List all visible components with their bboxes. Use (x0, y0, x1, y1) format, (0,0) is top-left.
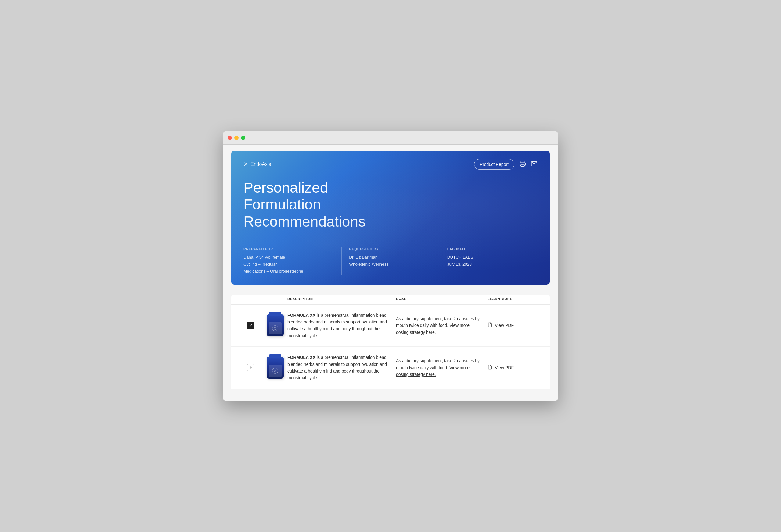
print-icon[interactable] (519, 160, 526, 169)
prepared-for-values: Danai P 34 y/o, female Cycling – Irregul… (243, 254, 334, 275)
products-table: DESCRIPTION DOSE LEARN MORE ✓ ⊘ (231, 295, 550, 389)
lab-info-section: LAB INFO DUTCH LABS July 13, 2023 (440, 247, 538, 275)
patient-cycling: Cycling – Irregular (243, 261, 334, 268)
app-window: ✳ EndoAxis Product Report (223, 131, 558, 401)
pdf-icon (488, 365, 492, 371)
bottle-cap (269, 312, 281, 316)
requested-by-values: Dr. Liz Bartman Wholegenic Wellness (349, 254, 432, 268)
view-pdf-label: View PDF (495, 365, 514, 370)
col-learn-more: LEARN MORE (488, 297, 542, 301)
prepared-for-label: PREPARED FOR (243, 247, 334, 251)
pdf-icon (488, 322, 492, 328)
close-button[interactable] (228, 136, 232, 140)
product-name: FORMULA XX (287, 355, 316, 360)
minimize-button[interactable] (234, 136, 239, 140)
bottle-cap (269, 354, 281, 358)
col-description: DESCRIPTION (287, 297, 396, 301)
bottle-label: ⊘ (269, 322, 282, 335)
product-image-cell: ⊘ (263, 357, 287, 379)
lab-info-values: DUTCH LABS July 13, 2023 (447, 254, 530, 268)
description-cell: FORMULA XX is a premenstrual inflammatio… (287, 312, 396, 339)
hero-title: Personalized Formulation Recommendations (243, 179, 402, 230)
description-cell: FORMULA XX is a premenstrual inflammatio… (287, 354, 396, 382)
hero-nav-right: Product Report (474, 159, 538, 170)
practice-name: Wholegenic Wellness (349, 261, 432, 268)
requested-by-label: REQUESTED BY (349, 247, 432, 251)
maximize-button[interactable] (241, 136, 245, 140)
product-bottle: ⊘ (266, 357, 284, 379)
product-image-cell: ⊘ (263, 314, 287, 336)
hero-meta: PREPARED FOR Danai P 34 y/o, female Cycl… (243, 241, 538, 275)
checkbox-unchecked[interactable]: + (247, 364, 254, 371)
mail-icon[interactable] (531, 160, 538, 169)
patient-name: Danai P 34 y/o, female (243, 254, 334, 261)
svg-rect-0 (521, 164, 525, 167)
traffic-lights (228, 136, 245, 140)
main-content: ✳ EndoAxis Product Report (223, 144, 558, 401)
product-name: FORMULA XX (287, 313, 316, 318)
lab-date: July 13, 2023 (447, 261, 530, 268)
checkbox-checked[interactable]: ✓ (247, 322, 254, 329)
titlebar (223, 131, 558, 144)
hero-banner: ✳ EndoAxis Product Report (231, 150, 550, 284)
table-row: + ⊘ FORMULA XX is a premenstrual inflamm… (231, 347, 550, 389)
checkbox-cell: + (239, 364, 263, 371)
learn-more-cell[interactable]: View PDF (488, 322, 542, 328)
hero-nav: ✳ EndoAxis Product Report (243, 159, 538, 170)
logo-text: EndoAxis (250, 162, 271, 167)
product-report-button[interactable]: Product Report (474, 159, 515, 170)
prepared-for-section: PREPARED FOR Danai P 34 y/o, female Cycl… (243, 247, 341, 275)
doctor-name: Dr. Liz Bartman (349, 254, 432, 261)
logo-icon: ✳ (243, 161, 248, 168)
bottle-icon: ⊘ (272, 325, 278, 331)
table-row: ✓ ⊘ FORMULA XX is a premenstrual inflamm… (231, 305, 550, 347)
patient-medications: Medications – Oral progesterone (243, 268, 334, 275)
checkbox-cell: ✓ (239, 322, 263, 329)
lab-name: DUTCH LABS (447, 254, 530, 261)
bottle-label: ⊘ (269, 365, 282, 377)
logo: ✳ EndoAxis (243, 161, 271, 168)
requested-by-section: REQUESTED BY Dr. Liz Bartman Wholegenic … (341, 247, 439, 275)
product-bottle: ⊘ (266, 314, 284, 336)
table-header: DESCRIPTION DOSE LEARN MORE (231, 295, 550, 305)
view-pdf-label: View PDF (495, 323, 514, 328)
dose-cell: As a dietary supplement, take 2 capsules… (396, 357, 488, 378)
lab-info-label: LAB INFO (447, 247, 530, 251)
bottle-icon: ⊘ (272, 368, 278, 374)
dose-cell: As a dietary supplement, take 2 capsules… (396, 315, 488, 336)
col-dose: DOSE (396, 297, 488, 301)
learn-more-cell[interactable]: View PDF (488, 365, 542, 371)
